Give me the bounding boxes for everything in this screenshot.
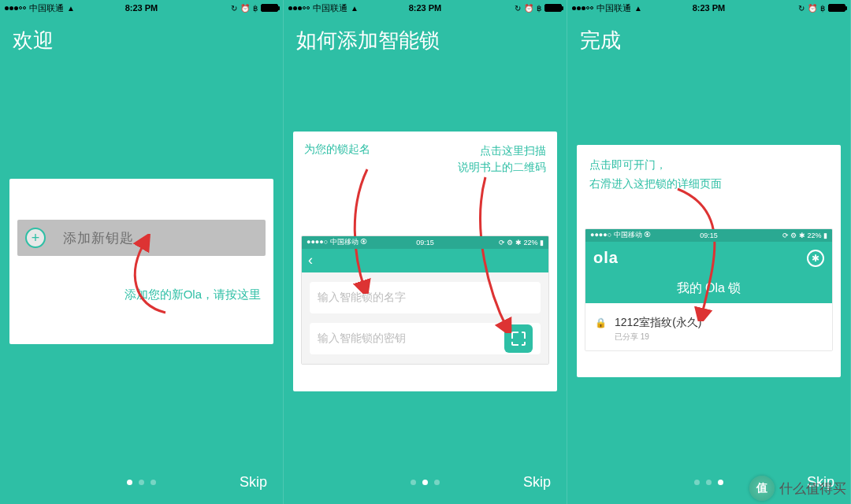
- battery-icon: [544, 4, 562, 12]
- hint-name-lock: 为您的锁起名: [304, 143, 370, 176]
- alarm-icon: ⏰: [240, 4, 250, 13]
- page-indicator: [694, 480, 723, 485]
- signal-icon: [5, 6, 26, 10]
- status-bar: 中国联通 ▲ 8:23 PM ↻ ⏰ ฿: [0, 0, 283, 16]
- lock-name-input[interactable]: 输入智能锁的名字: [310, 282, 541, 313]
- page-title: 如何添加智能锁: [284, 16, 567, 62]
- battery-icon: [828, 4, 845, 12]
- tutorial-card: + 添加新钥匙 添加您的新Ola，请按这里: [9, 179, 273, 344]
- hint-scan-qr: 点击这里扫描 说明书上的二维码: [458, 143, 546, 176]
- section-header: 我的 Ola 锁: [585, 275, 832, 303]
- alarm-icon: ⏰: [808, 4, 817, 13]
- qr-icon: [511, 332, 526, 346]
- status-time: 8:23 PM: [693, 3, 726, 13]
- watermark-badge: 值: [749, 476, 775, 501]
- lock-icon: 🔒: [595, 317, 607, 328]
- orientation-lock-icon: ↻: [515, 4, 521, 13]
- skip-button[interactable]: Skip: [523, 474, 551, 491]
- watermark-text: 什么值得买: [779, 480, 846, 498]
- add-key-button[interactable]: + 添加新钥匙: [17, 220, 266, 256]
- status-time: 8:23 PM: [409, 3, 442, 13]
- demo-status-bar: ●●●●○ 中国移动 ⦿ 09:15 ⟳ ⚙ ✱ 22% ▮: [302, 236, 548, 249]
- lock-item-subtitle: 已分享 19: [615, 332, 701, 343]
- bluetooth-icon: ฿: [253, 4, 258, 13]
- back-icon[interactable]: ‹: [308, 252, 313, 269]
- page-indicator: [127, 480, 156, 485]
- hint-text: 点击即可开门， 右滑进入这把锁的详细页面: [585, 156, 833, 197]
- tutorial-card: 为您的锁起名 点击这里扫描 说明书上的二维码 ●●●●○ 中国移动 ⦿ 09:1…: [293, 132, 557, 391]
- demo-nav-bar: ‹: [302, 249, 548, 272]
- orientation-lock-icon: ↻: [231, 4, 237, 13]
- demo-screenshot: ●●●●○ 中国移动 ⦿ 09:15 ⟳ ⚙ ✱ 22% ▮ ‹ 输入智能锁的名…: [301, 235, 549, 365]
- lock-key-input[interactable]: 输入智能锁的密钥: [310, 323, 541, 354]
- signal-icon: [288, 6, 310, 10]
- hint-text: 添加您的新Ola，请按这里: [17, 256, 266, 302]
- ola-logo: ola: [593, 249, 619, 267]
- settings-button[interactable]: ✱: [807, 250, 824, 267]
- scan-qr-button[interactable]: [504, 324, 533, 353]
- tutorial-card: 点击即可开门， 右滑进入这把锁的详细页面 ●●●●○ 中国移动 ⦿ 09:15 …: [577, 145, 841, 377]
- carrier-label: 中国联通: [29, 2, 64, 14]
- demo-screenshot: ●●●●○ 中国移动 ⦿ 09:15 ⟳ ⚙ ✱ 22% ▮ ola ✱ 我的 …: [585, 228, 833, 351]
- gear-icon: ✱: [812, 253, 819, 264]
- battery-icon: [261, 4, 278, 12]
- onboarding-footer: Skip: [284, 460, 567, 504]
- onboarding-screen-3: 中国联通 ▲ 8:23 PM ↻ ⏰ ฿ 完成 点击即可开门， 右滑进入这把锁的…: [567, 0, 851, 504]
- orientation-lock-icon: ↻: [798, 4, 805, 13]
- signal-icon: [572, 6, 593, 10]
- lock-item-title: 1212室指纹(永久): [615, 316, 701, 330]
- bluetooth-icon: ฿: [537, 4, 541, 13]
- add-key-label: 添加新钥匙: [63, 229, 134, 247]
- page-indicator: [411, 480, 440, 485]
- onboarding-screen-2: 中国联通 ▲ 8:23 PM ↻ ⏰ ฿ 如何添加智能锁 为您的锁起名 点击这里…: [284, 0, 567, 504]
- page-title: 欢迎: [0, 16, 283, 62]
- demo-status-bar: ●●●●○ 中国移动 ⦿ 09:15 ⟳ ⚙ ✱ 22% ▮: [585, 229, 832, 242]
- onboarding-footer: Skip: [0, 460, 283, 504]
- wifi-icon: ▲: [634, 4, 642, 13]
- alarm-icon: ⏰: [524, 4, 533, 13]
- page-title: 完成: [567, 16, 850, 62]
- watermark: 值 什么值得买: [749, 476, 846, 501]
- bluetooth-icon: ฿: [820, 4, 825, 13]
- status-bar: 中国联通 ▲ 8:23 PM ↻ ⏰ ฿: [567, 0, 850, 16]
- carrier-label: 中国联通: [596, 2, 631, 14]
- wifi-icon: ▲: [351, 4, 359, 13]
- wifi-icon: ▲: [67, 4, 75, 13]
- lock-list-item[interactable]: 🔒 1212室指纹(永久) 已分享 19: [585, 303, 832, 350]
- demo-nav-bar: ola ✱: [585, 242, 832, 275]
- status-bar: 中国联通 ▲ 8:23 PM ↻ ⏰ ฿: [284, 0, 567, 16]
- status-time: 8:23 PM: [125, 3, 158, 13]
- carrier-label: 中国联通: [313, 2, 347, 14]
- onboarding-screen-1: 中国联通 ▲ 8:23 PM ↻ ⏰ ฿ 欢迎 + 添加新钥匙 添加您的新Ola…: [0, 0, 284, 504]
- skip-button[interactable]: Skip: [240, 474, 267, 491]
- plus-icon: +: [25, 228, 46, 248]
